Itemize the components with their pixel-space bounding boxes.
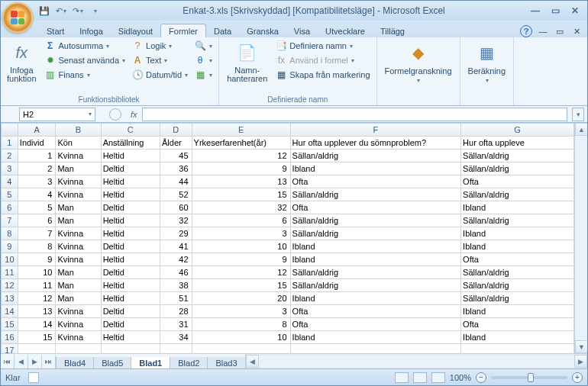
cell[interactable]: Sällan/aldrig (290, 150, 461, 162)
zoom-level[interactable]: 100% (450, 373, 471, 382)
formula-auditing-button[interactable]: ◆ Formelgranskning ▾ (382, 39, 455, 85)
ribbon-tab-data[interactable]: Data (206, 24, 239, 37)
cell[interactable]: 10 (18, 266, 56, 279)
cell[interactable]: 36 (160, 162, 192, 175)
expand-formula-bar-button[interactable]: ▾ (572, 108, 584, 121)
name-manager-button[interactable]: 📄 Namn- hanteraren (224, 39, 270, 85)
ribbon-tab-utvecklare[interactable]: Utvecklare (318, 24, 373, 37)
cell[interactable]: 44 (160, 175, 192, 188)
redo-icon[interactable]: ↷▾ (71, 4, 85, 18)
recent-button[interactable]: ✹Senast använda▾ (43, 53, 128, 67)
cell[interactable] (56, 344, 101, 354)
qat-more-icon[interactable]: ▾ (88, 4, 102, 18)
cell[interactable]: Man (56, 279, 101, 292)
ribbon-tab-formler[interactable]: Formler (160, 24, 206, 37)
cell[interactable]: Heltid (101, 331, 160, 344)
cell[interactable]: Kvinna (56, 240, 101, 253)
cell[interactable]: 3 (192, 227, 290, 240)
zoom-in-button[interactable]: + (572, 372, 583, 383)
cell[interactable]: 12 (192, 150, 290, 162)
cell[interactable] (101, 344, 160, 354)
ribbon-tab-infoga[interactable]: Infoga (72, 24, 111, 37)
cell[interactable]: Ofta (290, 318, 461, 331)
cell[interactable]: Kön (56, 137, 101, 150)
ribbon-minimize-button[interactable]: — (537, 25, 549, 37)
sheet-tab-blad5[interactable]: Blad5 (93, 357, 131, 369)
row-header-13[interactable]: 13 (2, 292, 18, 305)
cell[interactable]: 15 (192, 279, 290, 292)
text-button[interactable]: AText▾ (130, 53, 189, 67)
lookup-button[interactable]: 🔍▾ (192, 39, 214, 53)
cell[interactable]: 11 (18, 279, 56, 292)
cell[interactable]: 32 (160, 214, 192, 227)
cell[interactable]: Sällan/aldrig (290, 279, 461, 292)
cell[interactable]: Ibland (461, 305, 574, 318)
cell[interactable]: Deltid (101, 201, 160, 214)
cell[interactable]: 41 (160, 240, 192, 253)
cell[interactable]: Deltid (101, 240, 160, 253)
cell[interactable]: Hur ofta upplever du sömnproblem? (290, 137, 461, 150)
cell[interactable]: 3 (192, 305, 290, 318)
sheet-tab-blad1[interactable]: Blad1 (131, 357, 170, 369)
next-sheet-button[interactable]: ▶ (28, 355, 42, 368)
cell[interactable]: Kvinna (56, 188, 101, 201)
cell[interactable]: Sällan/aldrig (461, 279, 574, 292)
vertical-scrollbar[interactable]: ▲ ▼ (574, 123, 587, 353)
cell[interactable]: 28 (160, 305, 192, 318)
insert-function-button[interactable]: fx Infoga funktion (4, 39, 40, 85)
cell[interactable]: Heltid (101, 292, 160, 305)
cell[interactable]: Kvinna (56, 305, 101, 318)
cell[interactable]: Kvinna (56, 331, 101, 344)
zoom-out-button[interactable]: − (476, 372, 486, 383)
cell[interactable]: 6 (192, 214, 290, 227)
row-header-9[interactable]: 9 (2, 240, 18, 253)
cell[interactable]: Deltid (101, 318, 160, 331)
cell[interactable]: Heltid (101, 253, 160, 266)
cell[interactable]: Deltid (101, 305, 160, 318)
name-box[interactable]: H2 ▾ (19, 108, 95, 121)
cell[interactable]: 46 (160, 266, 192, 279)
cell[interactable]: 14 (18, 318, 56, 331)
sheet-tab-blad3[interactable]: Blad3 (207, 357, 245, 369)
cell[interactable]: Ibland (290, 292, 461, 305)
help-icon[interactable]: ? (520, 25, 532, 37)
use-in-formula-button[interactable]: fxAnvänd i formel▾ (273, 53, 371, 67)
cell[interactable]: 52 (160, 188, 192, 201)
normal-view-button[interactable] (395, 372, 409, 383)
last-sheet-button[interactable]: ⏭ (42, 355, 56, 368)
cell[interactable] (290, 344, 461, 354)
minimize-button[interactable]: — (526, 5, 544, 17)
close-button[interactable]: ✕ (566, 5, 584, 17)
save-icon[interactable]: 💾 (37, 4, 51, 18)
cell[interactable]: Sällan/aldrig (461, 188, 574, 201)
cell[interactable]: 42 (160, 253, 192, 266)
cell[interactable]: Sällan/aldrig (290, 266, 461, 279)
cell[interactable]: Kvinna (56, 150, 101, 162)
cell[interactable]: 51 (160, 292, 192, 305)
cell[interactable]: 6 (18, 214, 56, 227)
cell[interactable]: Ofta (461, 318, 574, 331)
cell[interactable]: Ibland (461, 331, 574, 344)
cell[interactable]: Ibland (461, 240, 574, 253)
cell[interactable]: 29 (160, 227, 192, 240)
sheet-tab-blad2[interactable]: Blad2 (170, 357, 208, 369)
cell[interactable] (192, 344, 290, 354)
cell[interactable]: 8 (192, 318, 290, 331)
cell[interactable]: Ibland (461, 227, 574, 240)
cell[interactable]: Heltid (101, 279, 160, 292)
cell[interactable]: 9 (192, 253, 290, 266)
cell[interactable]: Heltid (101, 150, 160, 162)
fx-label[interactable]: fx (131, 110, 137, 119)
scroll-left-icon[interactable]: ◀ (246, 355, 259, 368)
spreadsheet-grid[interactable]: ABCDEFG1IndividKönAnställningÅlderYrkese… (1, 123, 574, 353)
horizontal-scrollbar[interactable]: ◀ ▶ (245, 354, 587, 368)
finance-button[interactable]: ▥Finans▾ (43, 68, 128, 82)
cell[interactable]: Ålder (160, 137, 192, 150)
row-header-16[interactable]: 16 (2, 331, 18, 344)
cell[interactable]: 34 (160, 331, 192, 344)
sheet-tab-blad4[interactable]: Blad4 (56, 357, 94, 369)
cell[interactable]: Deltid (101, 266, 160, 279)
cell[interactable]: 10 (192, 331, 290, 344)
cell[interactable]: Sällan/aldrig (461, 150, 574, 162)
row-header-2[interactable]: 2 (2, 150, 18, 162)
